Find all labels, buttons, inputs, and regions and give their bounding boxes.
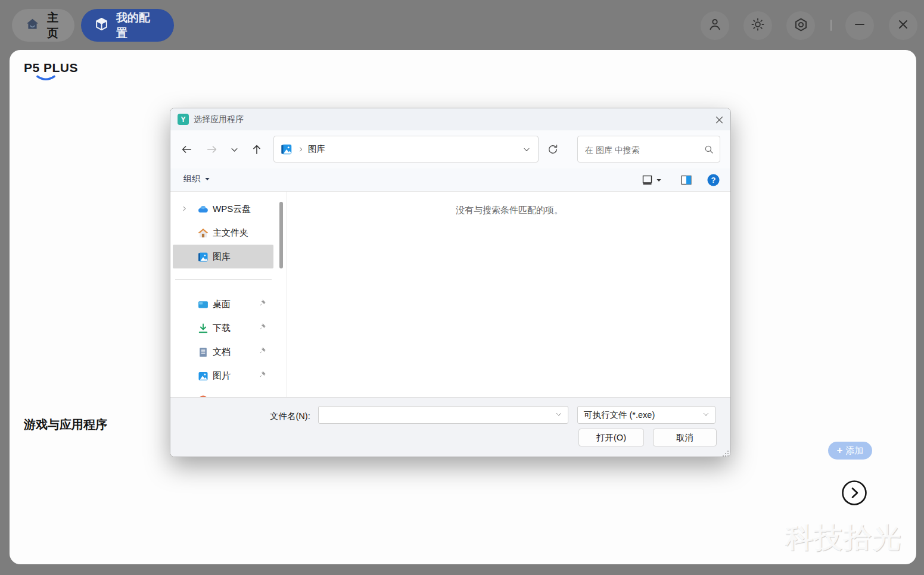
gear-icon: [793, 17, 809, 35]
up-button[interactable]: [247, 140, 266, 159]
gallery-icon: [197, 251, 209, 262]
cube-icon: [94, 17, 109, 34]
sidebar-item-gallery[interactable]: 图库: [173, 245, 273, 268]
sidebar-item-pictures[interactable]: 图片: [173, 364, 273, 388]
dialog-app-icon: Y: [178, 114, 189, 125]
sidebar-scrollbar[interactable]: [279, 202, 283, 268]
pictures-icon: [197, 370, 209, 382]
tab-my-config-label: 我的配置: [116, 10, 161, 41]
home-folder-icon: [197, 227, 209, 239]
dialog-sidebar: WPS云盘 主文件夹 图库 桌面: [170, 192, 287, 397]
arrow-left-icon: [180, 143, 193, 156]
close-icon: [896, 17, 910, 34]
home-icon: [25, 17, 40, 34]
open-button[interactable]: 打开(O): [578, 429, 644, 446]
search-input[interactable]: [584, 137, 702, 162]
chevron-down-icon: [230, 145, 239, 154]
theme-brightness-button[interactable]: [743, 11, 772, 40]
watermark-text: 科技拾光: [785, 519, 902, 557]
close-icon: [714, 115, 724, 125]
pin-icon[interactable]: [257, 323, 266, 334]
dialog-footer: 文件名(N): 可执行文件 (*.exe) 打开(O) 取消: [170, 397, 730, 457]
plus-icon: +: [837, 445, 843, 457]
help-icon: ?: [707, 173, 720, 187]
pin-icon[interactable]: [257, 370, 266, 382]
dialog-titlebar[interactable]: Y 选择应用程序: [170, 108, 730, 131]
sidebar-item-home-folder[interactable]: 主文件夹: [173, 221, 273, 245]
gallery-icon: [280, 143, 293, 156]
sidebar-item-label: 图片: [213, 370, 257, 382]
chevron-down-icon: [204, 177, 210, 182]
chevron-down-icon: [656, 178, 662, 183]
back-button[interactable]: [177, 140, 196, 159]
desktop-icon: [197, 299, 209, 310]
chevron-right-circle-icon: [841, 480, 867, 506]
filetype-selected-value: 可执行文件 (*.exe): [584, 410, 702, 421]
chevron-down-icon: [702, 410, 710, 420]
filename-combobox: [318, 406, 568, 424]
expand-chevron-icon[interactable]: [181, 204, 188, 214]
tab-home[interactable]: 主页: [12, 9, 74, 42]
brightness-icon: [750, 17, 766, 35]
refresh-button[interactable]: [543, 140, 562, 159]
sidebar-separator: [175, 279, 272, 280]
page-title: P5 PLUS: [24, 61, 78, 75]
dialog-close-button[interactable]: [710, 111, 728, 129]
address-breadcrumb-bar[interactable]: 图库: [273, 136, 539, 162]
document-icon: [197, 346, 209, 358]
search-box: [577, 136, 720, 162]
view-layout-icon: [641, 174, 654, 186]
dialog-title: 选择应用程序: [194, 114, 244, 125]
minimize-icon: [853, 17, 867, 34]
sidebar-item-label: 桌面: [213, 299, 257, 310]
app-titlebar: 主页 我的配置: [0, 0, 924, 50]
filename-input[interactable]: [323, 407, 555, 423]
sidebar-item-wps-cloud[interactable]: WPS云盘: [173, 197, 273, 221]
close-window-button[interactable]: [889, 11, 917, 40]
download-icon: [197, 323, 209, 334]
recent-locations-button[interactable]: [225, 140, 244, 159]
add-button-label: 添加: [845, 445, 863, 457]
help-button[interactable]: ?: [707, 173, 720, 189]
breadcrumb-chevron-icon: [298, 146, 304, 153]
file-picker-dialog: Y 选择应用程序 图库: [170, 108, 731, 457]
address-dropdown-icon[interactable]: [522, 145, 531, 154]
dialog-address-row: 图库: [170, 130, 730, 168]
organize-menu-button[interactable]: 组织: [183, 174, 210, 185]
sidebar-item-documents[interactable]: 文档: [173, 340, 273, 364]
sidebar-item-label: 图库: [213, 251, 273, 262]
minimize-button[interactable]: [845, 11, 874, 40]
sidebar-item-label: 主文件夹: [213, 227, 273, 239]
tab-my-config[interactable]: 我的配置: [81, 9, 174, 42]
games-apps-section-label: 游戏与应用程序: [24, 417, 107, 433]
sidebar-item-desktop[interactable]: 桌面: [173, 292, 273, 316]
chevron-down-icon[interactable]: [555, 410, 562, 420]
sidebar-item-label: WPS云盘: [213, 204, 273, 215]
dialog-body: WPS云盘 主文件夹 图库 桌面: [170, 192, 730, 397]
empty-results-message: 没有与搜索条件匹配的项。: [287, 205, 730, 216]
resize-grip[interactable]: [722, 449, 729, 457]
cloud-icon: [197, 204, 209, 215]
filetype-select[interactable]: 可执行文件 (*.exe): [577, 406, 715, 424]
sidebar-item-downloads[interactable]: 下载: [173, 316, 273, 340]
view-mode-button[interactable]: [641, 174, 662, 186]
preview-pane-button[interactable]: [680, 174, 693, 189]
title-underline-accent: [36, 74, 56, 85]
forward-button[interactable]: [203, 140, 222, 159]
svg-text:?: ?: [711, 176, 716, 185]
organize-label: 组织: [183, 174, 200, 185]
pin-icon[interactable]: [257, 346, 266, 358]
pin-icon[interactable]: [257, 299, 266, 310]
settings-button[interactable]: [786, 11, 815, 40]
sidebar-item-label: 下载: [213, 323, 257, 334]
breadcrumb-location[interactable]: 图库: [308, 143, 325, 155]
user-account-button[interactable]: [701, 11, 729, 40]
user-icon: [707, 17, 723, 35]
sidebar-item-partial[interactable]: [173, 388, 273, 397]
cancel-button[interactable]: 取消: [653, 429, 717, 446]
preview-pane-icon: [680, 174, 693, 186]
search-icon: [704, 144, 714, 157]
next-page-button[interactable]: [841, 480, 867, 506]
add-button[interactable]: + 添加: [828, 442, 872, 460]
arrow-up-icon: [250, 143, 263, 156]
